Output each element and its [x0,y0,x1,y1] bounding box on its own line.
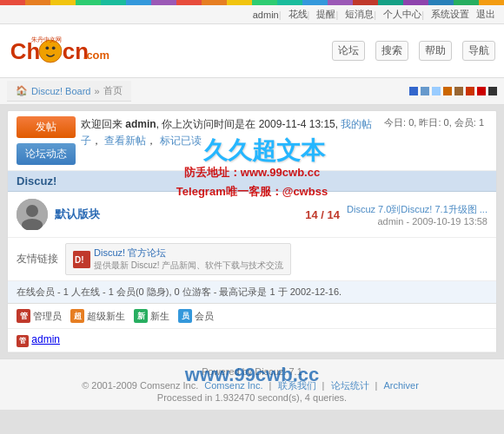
footer-powered: Powered by Discuz! 7.1 [9,366,495,377]
super-badge: 超 [70,309,84,323]
member-list-badge: 管 [17,335,29,347]
friend-link-discuz[interactable]: D! Discuz! 官方论坛 提供最新 Discuz! 产品新闻、软件下载与技… [65,243,291,275]
color-sq-5[interactable] [454,87,463,95]
friend-link-name: Discuz! 官方论坛 [94,247,283,260]
nav-search[interactable]: 搜索 [375,41,408,61]
online-members-list: 管 admin [8,329,496,352]
top-nav-logout[interactable]: 退出 [476,8,495,21]
top-nav-remind[interactable]: 提醒 [316,8,335,21]
mark-read-link[interactable]: 标记已读 [160,135,202,147]
home-icon: 🏠 [16,85,28,96]
svg-point-1 [39,40,62,62]
breadcrumb-home[interactable]: Discuz! Board [31,86,90,96]
sep5: | [421,10,424,20]
welcome-text: 欢迎回来 admin, 你上次访问时间是在 2009-11-4 13:15, 我… [81,116,379,149]
friend-links-section: 友情链接 D! Discuz! 官方论坛 提供最新 Discuz! 产品新闻、软… [8,238,496,281]
friend-link-icon: D! [73,251,90,268]
footer-links: © 2001-2009 Comsenz Inc. Comsenz Inc. | … [9,379,495,392]
svg-point-8 [26,205,38,217]
svg-point-3 [52,46,56,49]
top-nav-user: admin [253,10,279,20]
rainbow-bar [0,0,504,5]
forum-stats: 14 / 14 [262,208,340,221]
member-type-new: 新 新生 [134,309,169,323]
main-content: 发帖 论坛动态 欢迎回来 admin, 你上次访问时间是在 2009-11-4 … [7,110,497,353]
new-badge: 新 [134,309,148,323]
color-squares [409,87,497,95]
admin-badge: 管 [17,309,30,323]
nav-forum[interactable]: 论坛 [332,41,365,61]
top-nav-bar: admin | 花线 | 提醒 | 短消息 | 个人中心 | 系统设置 退出 [0,5,504,24]
sep2: | [308,10,310,20]
color-sq-1[interactable] [409,87,418,95]
forum-info: 默认版块 [55,207,255,222]
top-nav-settings[interactable]: 系统设置 [431,8,469,21]
breadcrumb: 🏠 Discuz! Board » 首页 [7,81,131,102]
color-sq-7[interactable] [477,87,486,95]
admin-label: 管理员 [33,310,62,323]
post-buttons: 发帖 论坛动态 [17,116,76,165]
sep3: | [335,10,338,20]
last-visit-text: 你上次访问时间是在 2009-11-4 13:15, [162,118,338,130]
svg-text:朱丹中文网: 朱丹中文网 [31,35,62,43]
forum-name[interactable]: 默认版块 [55,207,255,222]
today-stats: 今日: 0, 昨日: 0, 会员: 1 [384,116,487,129]
footer-copyright: © 2001-2009 Comsenz Inc. [82,380,198,391]
site-header: Ch cn .com 朱丹中文网 论坛 搜索 帮助 导航 [0,24,504,78]
discuz-section-header: Discuz! [8,171,496,192]
member-icons: 管 管理员 超 超级新生 新 新生 员 会员 [8,304,496,329]
super-label: 超级新生 [87,310,125,323]
nav-help[interactable]: 帮助 [419,41,452,61]
greeting: 欢迎回来 [81,118,123,130]
footer-stats[interactable]: 论坛统计 [331,380,369,391]
new-label: 新生 [150,310,169,323]
member-badge-icon: 员 [178,309,192,323]
member-label: 会员 [195,310,214,323]
last-post-author: admin [377,216,403,227]
svg-text:D!: D! [75,255,84,265]
breadcrumb-row: 🏠 Discuz! Board » 首页 [0,78,504,105]
header-nav: 论坛 搜索 帮助 导航 [332,41,495,61]
friend-link-text: Discuz! 官方论坛 提供最新 Discuz! 产品新闻、软件下载与技术交流 [94,247,283,272]
sep4: | [374,10,376,20]
top-nav-personal[interactable]: 个人中心 [383,8,421,21]
forum-row: 默认版块 14 / 14 Discuz 7.0到Discuz! 7.1升级图 .… [8,192,496,238]
color-sq-3[interactable] [432,87,441,95]
member-type-super: 超 超级新生 [70,309,125,323]
member-type-admin: 管 管理员 [17,309,62,323]
color-sq-4[interactable] [443,87,452,95]
footer-archiver[interactable]: Archiver [384,380,419,391]
svg-text:.com: .com [83,49,109,62]
breadcrumb-current: 首页 [103,84,123,97]
color-sq-8[interactable] [488,87,497,95]
last-post-time: 2009-10-19 13:58 [412,216,487,227]
forum-icon [17,199,48,230]
site-footer: Powered by Discuz! 7.1 © 2001-2009 Comse… [0,358,504,410]
welcome-section: 欢迎回来 admin, 你上次访问时间是在 2009-11-4 13:15, 我… [81,116,379,149]
color-sq-6[interactable] [466,87,474,95]
forum-last: Discuz 7.0到Discuz! 7.1升级图 ... admin - 20… [347,203,487,227]
footer-company[interactable]: Comsenz Inc. [204,380,262,391]
welcome-username: admin [125,118,156,130]
friend-links-title: 友情链接 [17,252,58,266]
svg-point-2 [45,46,49,49]
friend-link-desc: 提供最新 Discuz! 产品新闻、软件下载与技术交流 [94,260,283,272]
forum-count: 14 / 14 [305,208,340,221]
top-nav-huaxian[interactable]: 花线 [288,8,308,21]
top-nav-msg[interactable]: 短消息 [345,8,374,21]
breadcrumb-sep: » [94,86,99,96]
forum-button[interactable]: 论坛动态 [17,143,76,165]
new-posts-link[interactable]: 查看新帖 [104,135,146,147]
post-area: 发帖 论坛动态 欢迎回来 admin, 你上次访问时间是在 2009-11-4 … [8,111,496,171]
footer-contact[interactable]: 联系我们 [278,380,316,391]
color-sq-2[interactable] [421,87,429,95]
site-logo[interactable]: Ch cn .com 朱丹中文网 [9,31,113,70]
member-admin-link[interactable]: admin [31,333,60,345]
last-post-link[interactable]: Discuz 7.0到Discuz! 7.1升级图 ... [347,204,487,214]
member-type-member: 员 会员 [178,309,214,323]
post-button[interactable]: 发帖 [17,116,76,138]
footer-perf: Processed in 1.932470 second(s), 4 queri… [9,392,495,403]
nav-navigation[interactable]: 导航 [462,41,495,61]
online-bar: 在线会员 - 1 人在线 - 1 会员(0 隐身), 0 位游客 - 最高记录是… [8,281,496,304]
sep1: | [279,10,282,20]
